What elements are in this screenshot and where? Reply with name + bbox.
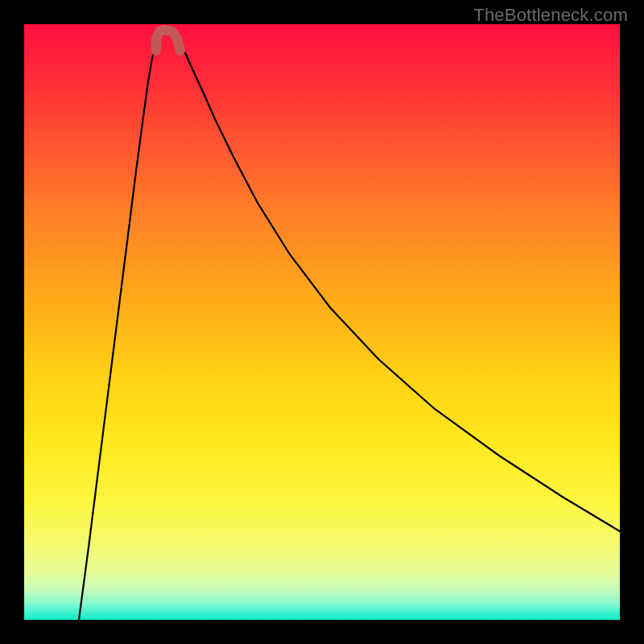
chart-svg [24, 24, 620, 620]
cusp-marker [156, 30, 180, 51]
curve-left-branch [79, 35, 161, 620]
watermark-text: TheBottleneck.com [473, 5, 628, 26]
curve-right-branch [175, 35, 620, 531]
chart-plot-area [24, 24, 620, 620]
chart-frame: TheBottleneck.com [0, 0, 644, 644]
